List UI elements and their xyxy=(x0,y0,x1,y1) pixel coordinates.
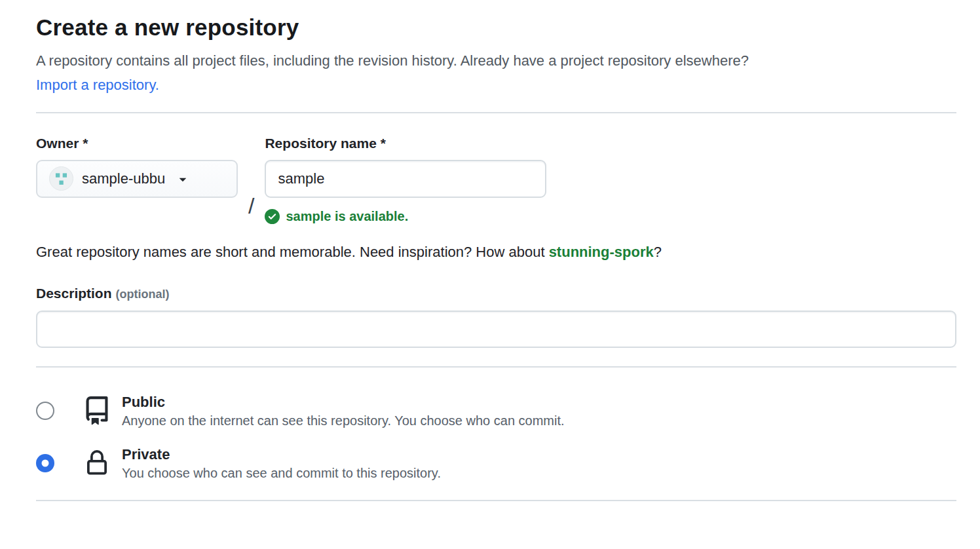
owner-repo-separator: / xyxy=(248,193,254,219)
public-option-text: Public Anyone on the internet can see th… xyxy=(122,394,565,428)
top-divider xyxy=(36,112,956,113)
repo-name-input[interactable] xyxy=(265,160,546,198)
intro-text: A repository contains all project files,… xyxy=(36,51,956,71)
owner-required-mark: * xyxy=(83,136,88,151)
owner-label-text: Owner xyxy=(36,136,79,151)
repo-icon xyxy=(82,396,112,425)
repo-name-field: Repository name * sample is available. xyxy=(265,136,546,224)
private-option-text: Private You choose who can see and commi… xyxy=(122,446,441,481)
middle-divider xyxy=(36,366,956,368)
description-input[interactable] xyxy=(36,311,956,348)
visibility-options: Public Anyone on the internet can see th… xyxy=(36,394,956,481)
bottom-divider xyxy=(36,500,956,501)
owner-avatar xyxy=(49,166,73,191)
create-repository-page: Create a new repository A repository con… xyxy=(0,0,980,501)
chevron-down-icon xyxy=(176,172,190,186)
private-radio[interactable] xyxy=(36,454,54,472)
owner-label: Owner * xyxy=(36,136,238,151)
lock-icon xyxy=(82,450,112,476)
suggestion-suffix: ? xyxy=(654,244,662,260)
public-radio[interactable] xyxy=(36,402,54,420)
public-option-title: Public xyxy=(122,394,565,411)
repo-name-label: Repository name * xyxy=(265,136,546,151)
suggestion-prefix: Great repository names are short and mem… xyxy=(36,244,549,260)
visibility-option-private[interactable]: Private You choose who can see and commi… xyxy=(36,446,956,481)
owner-field: Owner * sample-ubbu xyxy=(36,136,238,198)
availability-message: sample is available. xyxy=(286,209,408,224)
check-circle-icon xyxy=(265,209,280,224)
public-option-desc: Anyone on the internet can see this repo… xyxy=(122,413,565,428)
description-label-text: Description xyxy=(36,286,112,301)
private-option-desc: You choose who can see and commit to thi… xyxy=(122,466,441,481)
availability-status: sample is available. xyxy=(265,209,546,224)
identicon-image xyxy=(50,166,73,191)
owner-dropdown[interactable]: sample-ubbu xyxy=(36,160,238,198)
repo-name-label-text: Repository name xyxy=(265,136,376,151)
private-option-title: Private xyxy=(122,446,441,463)
suggested-repo-name[interactable]: stunning-spork xyxy=(549,244,654,260)
repo-name-required-mark: * xyxy=(381,136,386,151)
description-optional-note: (optional) xyxy=(116,288,170,301)
visibility-option-public[interactable]: Public Anyone on the internet can see th… xyxy=(36,394,956,428)
description-label: Description(optional) xyxy=(36,286,956,301)
name-suggestion: Great repository names are short and mem… xyxy=(36,244,956,261)
import-repository-link[interactable]: Import a repository. xyxy=(36,77,159,94)
owner-selected-value: sample-ubbu xyxy=(82,170,165,187)
owner-repo-row: Owner * sample-ubbu / xyxy=(36,136,956,224)
page-title: Create a new repository xyxy=(36,14,956,41)
